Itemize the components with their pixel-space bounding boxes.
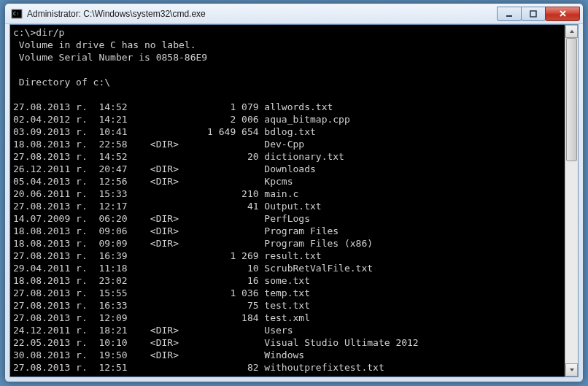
titlebar[interactable]: C: Administrator: C:\Windows\system32\cm… <box>5 4 583 24</box>
scroll-down-button[interactable] <box>565 363 578 377</box>
scrollbar[interactable] <box>565 25 578 377</box>
svg-rect-2 <box>506 15 512 17</box>
cmd-icon: C: <box>11 8 23 20</box>
close-button[interactable] <box>545 7 580 21</box>
cmd-window: C: Administrator: C:\Windows\system32\cm… <box>4 3 584 382</box>
scroll-thumb[interactable] <box>566 38 577 161</box>
minimize-button[interactable] <box>497 7 522 21</box>
window-controls <box>498 7 580 21</box>
maximize-button[interactable] <box>521 7 546 21</box>
terminal-client: c:\>dir/p Volume in drive C has no label… <box>9 24 579 377</box>
svg-rect-3 <box>530 11 536 17</box>
svg-text:C:: C: <box>13 11 19 17</box>
scroll-track[interactable] <box>565 38 578 363</box>
scroll-up-button[interactable] <box>565 25 578 38</box>
titlebar-text: Administrator: C:\Windows\system32\cmd.e… <box>27 9 498 19</box>
terminal-output[interactable]: c:\>dir/p Volume in drive C has no label… <box>13 26 562 375</box>
